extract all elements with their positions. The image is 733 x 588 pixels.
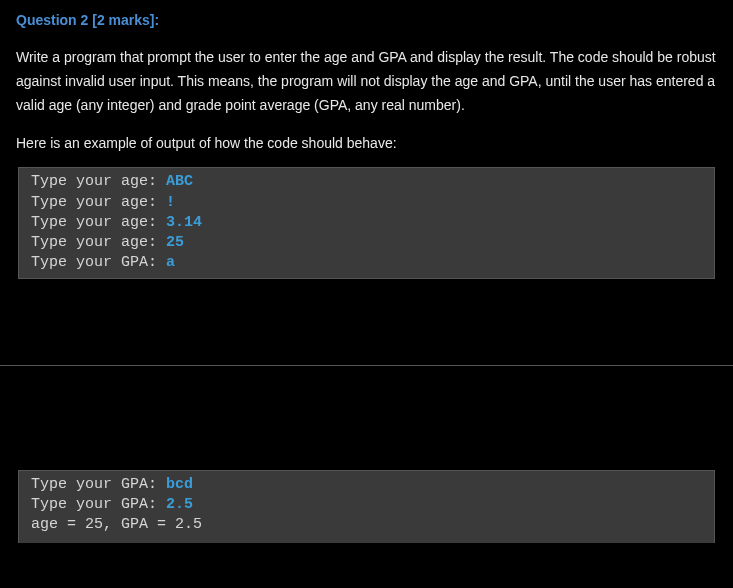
prompt-text: Type your age: [31,194,166,211]
question-content: Question 2 [2 marks]: Write a program th… [0,0,733,279]
user-input-text: ! [166,194,175,211]
code-example-block-2: Type your GPA: bcdType your GPA: 2.5age … [18,470,715,544]
code-example-block-1: Type your age: ABCType your age: !Type y… [18,167,715,278]
user-input-text: a [166,254,175,271]
spacer [0,366,733,470]
user-input-text: 25 [166,234,184,251]
code-line: Type your age: 25 [31,233,702,253]
prompt-text: Type your age: [31,234,166,251]
prompt-text: Type your age: [31,173,166,190]
prompt-text: Type your age: [31,214,166,231]
code-line: Type your GPA: a [31,253,702,273]
prompt-text: Type your GPA: [31,496,166,513]
user-input-text: bcd [166,476,193,493]
code-line: Type your GPA: bcd [31,475,702,495]
user-input-text: 3.14 [166,214,202,231]
code-line: Type your age: ABC [31,172,702,192]
spacer [0,279,733,365]
code-line: Type your age: 3.14 [31,213,702,233]
code-line: age = 25, GPA = 2.5 [31,515,702,535]
question-subheading: Here is an example of output of how the … [16,135,717,151]
user-input-text: ABC [166,173,193,190]
code-line: Type your GPA: 2.5 [31,495,702,515]
result-text: age = 25, GPA = 2.5 [31,516,202,533]
question-description: Write a program that prompt the user to … [16,46,717,117]
prompt-text: Type your GPA: [31,254,166,271]
question-title: Question 2 [2 marks]: [16,12,717,28]
prompt-text: Type your GPA: [31,476,166,493]
user-input-text: 2.5 [166,496,193,513]
code-line: Type your age: ! [31,193,702,213]
